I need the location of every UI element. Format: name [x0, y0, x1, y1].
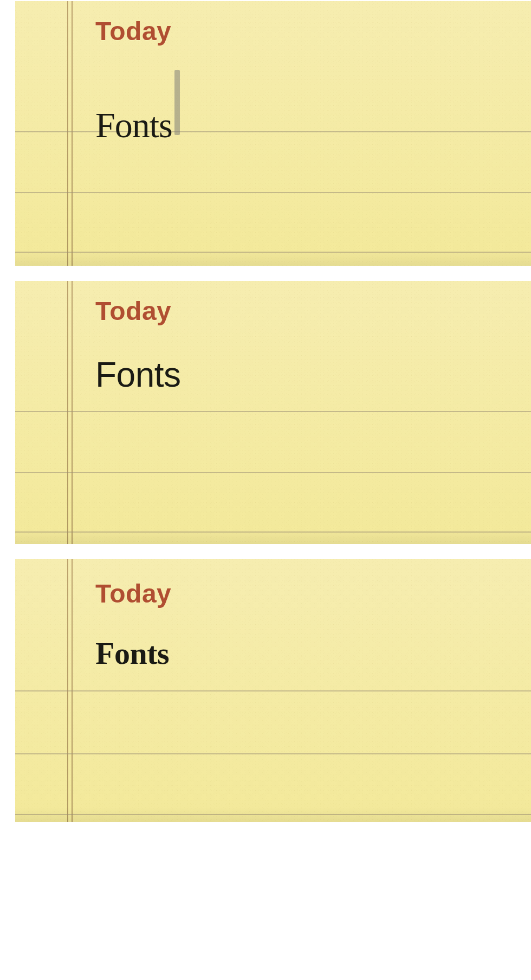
note-content[interactable]: Today Fonts	[15, 281, 531, 392]
note-date-label: Today	[95, 16, 531, 46]
horizontal-rule-1	[15, 411, 531, 412]
note-panel: Today Fonts	[15, 559, 531, 822]
note-text-content[interactable]: Fonts	[95, 355, 181, 394]
horizontal-rule-2	[15, 472, 531, 473]
horizontal-rule-3	[15, 531, 531, 533]
horizontal-rule-2	[15, 192, 531, 193]
note-text-row[interactable]: Fonts	[95, 78, 531, 143]
note-text-row[interactable]: Fonts	[95, 357, 531, 392]
note-date-label: Today	[95, 579, 531, 609]
horizontal-rule-2	[15, 753, 531, 754]
note-text-content[interactable]: Fonts	[95, 636, 169, 671]
horizontal-rule-3	[15, 252, 531, 253]
panel-shadow	[15, 251, 531, 266]
note-text-row[interactable]: Fonts	[95, 638, 531, 669]
note-text-content[interactable]: Fonts	[95, 105, 172, 145]
note-content[interactable]: Today Fonts	[15, 559, 531, 669]
horizontal-rule-3	[15, 814, 531, 815]
note-date-label: Today	[95, 296, 531, 326]
text-cursor	[174, 70, 180, 135]
note-content[interactable]: Today Fonts	[15, 1, 531, 143]
horizontal-rule-1	[15, 690, 531, 691]
note-panel: Today Fonts	[15, 1, 531, 266]
note-panel: Today Fonts	[15, 281, 531, 544]
